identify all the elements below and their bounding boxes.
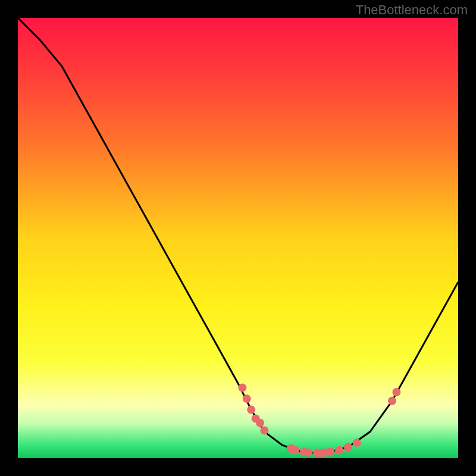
gradient-background (18, 18, 458, 458)
data-marker (353, 439, 361, 447)
data-marker (392, 388, 400, 396)
data-marker (388, 397, 396, 405)
watermark-text: TheBottleneck.com (356, 2, 468, 18)
data-marker (326, 448, 334, 456)
data-marker (344, 443, 352, 452)
bottleneck-chart (18, 18, 458, 458)
data-marker (304, 448, 312, 456)
data-marker (238, 384, 246, 392)
data-marker (291, 446, 299, 455)
data-marker (243, 394, 251, 403)
data-marker (335, 446, 343, 455)
data-marker (247, 406, 255, 414)
data-marker (260, 426, 268, 434)
data-marker (256, 419, 264, 427)
